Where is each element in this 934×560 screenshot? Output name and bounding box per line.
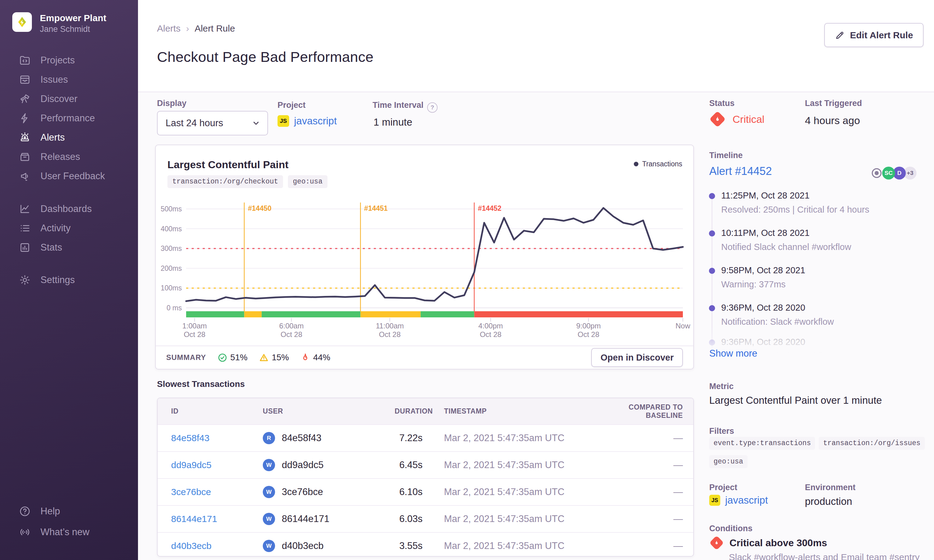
settings-icon <box>19 274 31 286</box>
org-logo-icon <box>12 12 32 32</box>
project-link[interactable]: javascript <box>294 115 337 127</box>
sidebar-item-activity[interactable]: Activity <box>19 218 71 238</box>
transaction-id-link[interactable]: 86144e171 <box>171 514 263 524</box>
last-triggered-value: 4 hours ago <box>805 115 860 126</box>
stats-icon <box>19 242 31 253</box>
time-interval-label: Time Interval? <box>372 100 438 113</box>
display-select[interactable]: Last 24 hours <box>157 111 268 135</box>
sidebar-item-projects[interactable]: Projects <box>19 51 75 70</box>
project-link[interactable]: javascript <box>725 494 768 506</box>
alerts-icon <box>19 132 31 143</box>
y-axis-label: 0 ms <box>167 304 182 312</box>
transaction-id-link[interactable]: d40b3ecb <box>171 541 263 551</box>
timeline-label: Timeline <box>709 151 743 160</box>
transactions-line <box>186 208 683 301</box>
sidebar-item-label: Activity <box>40 223 71 234</box>
summary-critical: 44% <box>301 352 330 362</box>
eye-icon <box>871 167 883 179</box>
transaction-id-link[interactable]: 3ce76bce <box>171 487 263 497</box>
slowest-transactions-table: ID USER DURATION TIMESTAMP COMPARED TO B… <box>157 398 694 557</box>
status-badge: Critical <box>709 111 764 128</box>
sidebar-item-label: Alerts <box>40 132 65 143</box>
x-axis-label: 6:00am <box>279 322 304 330</box>
timeline-event-time: 10:11PM, Oct 28 2021 <box>721 228 809 238</box>
user-name: Jane Schmidt <box>40 24 107 34</box>
avatar: W <box>263 459 275 471</box>
sidebar-item-whats-new[interactable]: What’s new <box>19 522 90 542</box>
col-user: USER <box>263 407 395 415</box>
avatar: R <box>263 432 275 444</box>
avatar: W <box>263 513 275 525</box>
avatar: W <box>263 540 275 552</box>
sidebar-item-label: User Feedback <box>40 171 105 182</box>
metric-value: Largest Contentful Paint over 1 minute <box>709 395 882 406</box>
x-axis-sublabel: Oct 28 <box>281 330 303 338</box>
sidebar-item-issues[interactable]: Issues <box>19 70 68 89</box>
sidebar-item-label: Performance <box>40 113 95 124</box>
col-baseline: COMPARED TO BASELINE <box>591 403 683 420</box>
col-id: ID <box>171 407 263 415</box>
y-axis-label: 300ms <box>161 245 182 252</box>
conditions-label: Conditions <box>709 524 752 533</box>
filters-label: Filters <box>709 426 734 436</box>
sidebar-item-alerts[interactable]: Alerts <box>19 128 65 147</box>
sidebar: Empower Plant Jane Schmidt Projects Issu… <box>0 0 138 560</box>
timeline-event-detail: Notification: Slack #workflow <box>721 317 834 327</box>
org-switcher[interactable]: Empower Plant Jane Schmidt <box>12 12 107 34</box>
table-row: d40b3ecb Wd40b3ecb 3.55s Mar 2, 2021 5:4… <box>157 532 693 557</box>
timeline-event-time: 9:58PM, Oct 28 2021 <box>721 265 805 275</box>
page-header: Alerts › Alert Rule Checkout Page Bad Pe… <box>138 0 934 92</box>
tag-transaction: transaction:/org/checkout <box>167 175 283 188</box>
summary-label: SUMMARY <box>166 353 206 362</box>
sidebar-item-performance[interactable]: Performance <box>19 108 95 128</box>
timeline-dot <box>709 193 715 199</box>
breadcrumb-alerts-link[interactable]: Alerts <box>157 23 181 34</box>
incident-label: #14452 <box>478 204 502 212</box>
check-circle-icon <box>218 353 227 362</box>
timeline-dot <box>709 268 715 274</box>
chart-footer: SUMMARY 51% 15% 44% Open in Discover <box>156 346 693 369</box>
summary-warning: 15% <box>259 352 289 362</box>
open-in-discover-button[interactable]: Open in Discover <box>591 348 683 367</box>
alert-number-link[interactable]: Alert #14452 <box>709 165 772 178</box>
sidebar-item-help[interactable]: Help <box>19 502 60 521</box>
releases-icon <box>19 151 31 163</box>
slowest-transactions-heading: Slowest Transactions <box>157 379 245 389</box>
critical-flame-icon <box>709 535 724 550</box>
projects-icon <box>19 55 31 66</box>
incident-label: #14450 <box>248 204 272 212</box>
project-label: Project <box>278 100 306 110</box>
sidebar-item-discover[interactable]: Discover <box>19 89 77 108</box>
summary-healthy: 51% <box>218 352 247 362</box>
question-mark-icon[interactable]: ? <box>427 102 438 113</box>
sidebar-item-label: Help <box>40 506 60 517</box>
transaction-id-link[interactable]: dd9a9dc5 <box>171 460 263 470</box>
sidebar-item-releases[interactable]: Releases <box>19 147 80 166</box>
edit-alert-rule-button[interactable]: Edit Alert Rule <box>824 23 923 47</box>
critical-flame-icon <box>709 111 726 128</box>
issues-icon <box>19 74 31 85</box>
filter-pills: geo:usa <box>709 455 747 468</box>
pencil-icon <box>835 30 845 40</box>
avatar: W <box>263 486 275 498</box>
x-axis-label: 11:00am <box>376 322 404 330</box>
subscriber-avatars: SC D +3 <box>871 167 917 180</box>
whats-new-icon <box>19 526 31 538</box>
avatar: SC <box>882 167 895 180</box>
sidebar-item-stats[interactable]: Stats <box>19 238 62 257</box>
timeline-event-detail: Warning: 377ms <box>721 279 786 289</box>
warning-triangle-icon <box>259 353 269 362</box>
transaction-id-link[interactable]: 84e58f43 <box>171 433 263 443</box>
show-more-link[interactable]: Show more <box>709 348 757 359</box>
sidebar-item-label: Discover <box>40 94 77 105</box>
status-segment <box>474 311 683 317</box>
y-axis-label: 500ms <box>161 205 182 213</box>
sidebar-item-dashboards[interactable]: Dashboards <box>19 199 92 218</box>
javascript-icon: JS <box>709 495 720 506</box>
sidebar-item-settings[interactable]: Settings <box>19 270 75 289</box>
tag-geo: geo:usa <box>288 175 327 188</box>
x-axis-label: 4:00pm <box>479 322 503 330</box>
condition-detail: Slack #workflow-alerts and Email team #s… <box>729 552 920 560</box>
javascript-icon: JS <box>278 115 289 127</box>
sidebar-item-user-feedback[interactable]: User Feedback <box>19 166 105 186</box>
